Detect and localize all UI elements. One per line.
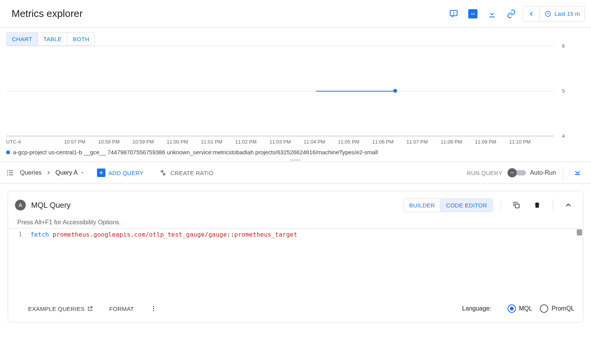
queries-list-icon[interactable] [6, 169, 15, 177]
code-editor[interactable]: 1 fetch prometheus.googleapis.com/otlp_t… [8, 228, 583, 297]
svg-point-13 [153, 306, 154, 307]
language-label: Language: [462, 305, 491, 312]
radio-unchecked-icon [540, 304, 548, 313]
run-query-button[interactable]: RUN QUERY [467, 170, 502, 176]
x-axis-line [6, 136, 554, 136]
copy-query-button[interactable] [509, 197, 524, 213]
chart: 6 5 4 UTC-4 10:57 PM 10:58 PM 10:59 PM 1… [6, 46, 585, 146]
x-tick: 11:06 PM [372, 139, 394, 145]
svg-point-2 [454, 14, 454, 15]
external-link-icon [87, 306, 93, 312]
editor-mode-toggle: BUILDER CODE EDITOR [404, 199, 493, 212]
time-range-label: Last 15 m [554, 10, 580, 17]
format-button[interactable]: FORMAT [109, 306, 134, 312]
language-radio-promql[interactable]: PromQL [540, 304, 574, 313]
queries-label[interactable]: Queries [20, 169, 42, 176]
more-options-button[interactable] [150, 305, 157, 312]
caret-down-icon [80, 170, 85, 175]
x-tick: 11:04 PM [304, 139, 325, 145]
x-tick: 10:57 PM [64, 139, 85, 145]
accessibility-hint: Press Alt+F1 for Accessibility Options. [8, 217, 583, 228]
language-radio-group: MQL PromQL [508, 304, 574, 313]
download-icon[interactable] [483, 5, 501, 23]
panel-resize-handle[interactable] [0, 159, 591, 162]
query-badge: A [15, 200, 26, 210]
x-tick: 11:07 PM [406, 139, 428, 145]
autorun-toggle[interactable]: Auto-Run [508, 168, 556, 177]
query-editor-card: A MQL Query BUILDER CODE EDITOR Press Al… [8, 191, 583, 322]
feedback-icon[interactable] [444, 5, 463, 23]
x-tick: 10:58 PM [98, 139, 120, 145]
view-tabs: CHART TABLE BOTH [0, 28, 591, 46]
query-selector-dropdown[interactable]: Query A [55, 169, 85, 176]
svg-rect-5 [9, 170, 13, 171]
create-ratio-button[interactable]: CREATE RATIO [159, 169, 214, 177]
mode-code-editor-button[interactable]: CODE EDITOR [440, 199, 492, 212]
legend-color-swatch [6, 150, 10, 154]
query-breadcrumb: Queries Query A [20, 169, 85, 176]
language-radio-mql[interactable]: MQL [508, 304, 533, 313]
autorun-label: Auto-Run [530, 169, 556, 176]
chart-plot [6, 46, 554, 136]
svg-point-15 [153, 310, 154, 311]
collapse-editor-button[interactable] [561, 197, 576, 213]
y-axis: 6 5 4 [558, 46, 585, 136]
tab-both[interactable]: BOTH [67, 33, 95, 45]
create-ratio-label: CREATE RATIO [170, 170, 214, 176]
mode-builder-button[interactable]: BUILDER [404, 199, 441, 212]
toggle-thumb-off-icon [508, 168, 517, 177]
x-tick: 10:59 PM [132, 139, 154, 145]
x-tick: 11:01 PM [201, 139, 222, 145]
chevron-up-icon [564, 201, 573, 209]
editor-header: A MQL Query BUILDER CODE EDITOR [8, 191, 583, 217]
chart-series-line [316, 91, 395, 92]
svg-point-4 [7, 170, 8, 171]
svg-rect-12 [515, 204, 519, 208]
svg-rect-10 [511, 172, 514, 173]
legend-label: a-gcp-project us-central1-b __gce__ 7447… [13, 149, 378, 155]
clock-icon [544, 10, 551, 17]
y-tick: 6 [562, 43, 565, 49]
add-query-label: ADD QUERY [109, 170, 144, 176]
code-icon[interactable] [464, 5, 482, 23]
line-number-gutter: 1 [8, 229, 27, 297]
page-title: Metrics explorer [6, 8, 83, 20]
x-tick: 11:02 PM [235, 139, 257, 145]
add-query-button[interactable]: ADD QUERY [97, 169, 144, 177]
editor-footer: EXAMPLE QUERIES FORMAT Language: MQL Pro… [8, 297, 583, 322]
tab-chart[interactable]: CHART [7, 33, 38, 45]
page-header: Metrics explorer Last 15 m [0, 0, 591, 28]
code-content[interactable]: fetch prometheus.googleapis.com/otlp_tes… [27, 229, 583, 297]
radio-checked-icon [508, 304, 516, 313]
svg-point-6 [7, 172, 8, 174]
svg-rect-7 [9, 172, 13, 173]
y-tick: 5 [562, 88, 565, 94]
svg-rect-9 [9, 175, 13, 175]
delete-query-button[interactable] [529, 197, 545, 213]
collapse-panel-button[interactable] [570, 168, 585, 178]
x-tick: 11:00 PM [167, 139, 188, 145]
x-tick: 11:08 PM [441, 139, 462, 145]
time-range-prev-button[interactable] [523, 7, 539, 21]
more-vert-icon [150, 305, 157, 312]
editor-scrollbar[interactable] [577, 229, 582, 235]
x-tick: 11:03 PM [269, 139, 291, 145]
y-tick: 4 [562, 133, 565, 139]
example-queries-button[interactable]: EXAMPLE QUERIES [28, 306, 93, 312]
x-tick: 11:05 PM [338, 139, 359, 145]
editor-title: MQL Query [31, 201, 71, 210]
x-axis: UTC-4 10:57 PM 10:58 PM 10:59 PM 11:00 P… [6, 137, 554, 146]
ratio-icon [159, 169, 167, 177]
link-icon[interactable] [502, 5, 521, 23]
gridline [6, 46, 554, 46]
chart-data-point[interactable] [393, 89, 397, 93]
chart-legend[interactable]: a-gcp-project us-central1-b __gce__ 7447… [0, 146, 591, 159]
chevron-right-icon [45, 170, 52, 176]
copy-icon [512, 201, 521, 209]
x-tick: 11:09 PM [475, 139, 496, 145]
plus-icon [97, 169, 105, 177]
tab-table[interactable]: TABLE [38, 33, 67, 45]
time-range-selector: Last 15 m [523, 6, 585, 22]
time-range-button[interactable]: Last 15 m [540, 7, 584, 21]
svg-point-8 [7, 174, 8, 175]
